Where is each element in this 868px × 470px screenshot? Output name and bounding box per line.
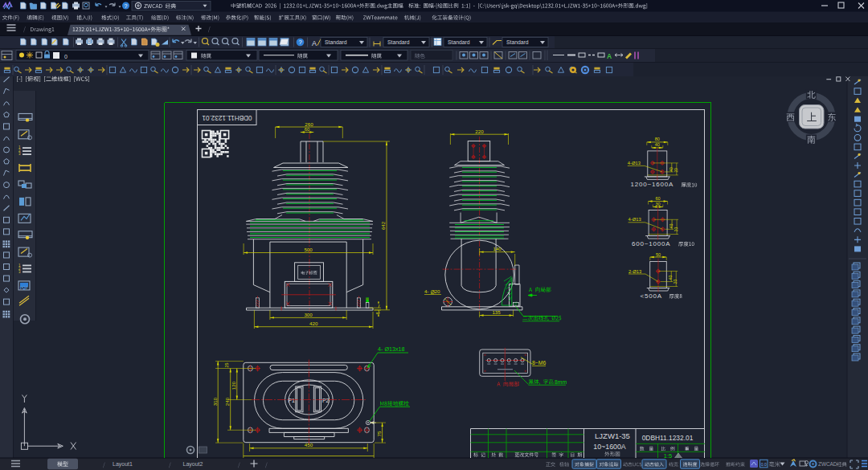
svg-text:50: 50: [656, 252, 661, 257]
svg-text:310: 310: [212, 397, 218, 406]
svg-text:8−M6: 8−M6: [532, 360, 546, 366]
svg-text:60: 60: [305, 127, 309, 132]
svg-text:30: 30: [656, 202, 661, 206]
svg-text:10~1600A: 10~1600A: [593, 443, 625, 451]
svg-text:Standard: Standard: [325, 39, 347, 45]
svg-text:A: A: [312, 39, 317, 47]
svg-text:420: 420: [309, 321, 318, 326]
svg-text:?: ?: [125, 3, 128, 9]
svg-text:135: 135: [492, 309, 501, 315]
svg-text:<500A: <500A: [641, 292, 662, 300]
svg-text:240: 240: [224, 397, 230, 406]
svg-text:500: 500: [304, 247, 313, 252]
svg-text:PQP: PQP: [20, 286, 28, 290]
svg-text:140: 140: [493, 246, 502, 251]
svg-text:20: 20: [674, 168, 678, 173]
svg-text:25: 25: [224, 363, 229, 368]
svg-text:4-Ø13: 4-Ø13: [628, 217, 641, 222]
svg-text:4- Ø13x18: 4- Ø13x18: [378, 345, 405, 353]
svg-text:60: 60: [656, 196, 661, 201]
svg-text:P1: P1: [289, 398, 296, 403]
svg-text:?: ?: [298, 39, 301, 46]
svg-text:20: 20: [435, 288, 440, 294]
svg-text:20: 20: [674, 227, 678, 232]
svg-text:40: 40: [669, 276, 673, 280]
svg-text:120: 120: [231, 381, 236, 390]
svg-text:0.0: 0.0: [761, 462, 767, 467]
svg-text:Layout2: Layout2: [183, 461, 203, 468]
svg-text:Layout1: Layout1: [113, 461, 133, 468]
svg-text:LJZW1-35: LJZW1-35: [595, 431, 630, 440]
svg-text:260: 260: [305, 121, 313, 127]
svg-text:8mm: 8mm: [555, 379, 567, 385]
svg-text:40: 40: [655, 142, 660, 147]
svg-text:450: 450: [305, 442, 313, 448]
svg-text:4-: 4-: [424, 288, 429, 294]
svg-text:600~1000A: 600~1000A: [632, 240, 670, 247]
svg-text:0DBH11.1232.01: 0DBH11.1232.01: [642, 434, 694, 442]
svg-text:2-Ø13: 2-Ø13: [628, 269, 641, 274]
svg-text:P2: P2: [322, 398, 330, 403]
svg-text:Standard: Standard: [506, 39, 529, 45]
svg-text:220: 220: [475, 129, 484, 134]
svg-text:Standard: Standard: [448, 39, 470, 45]
svg-text:40: 40: [669, 167, 674, 172]
svg-text:80: 80: [655, 137, 660, 141]
svg-text:642: 642: [381, 221, 387, 230]
svg-text:300: 300: [304, 312, 313, 317]
svg-text:8: 8: [375, 312, 380, 314]
svg-text:ZWCAD: ZWCAD: [818, 461, 837, 467]
svg-text:4-Ø13: 4-Ø13: [628, 161, 641, 166]
svg-text:0DBH11.1232.01: 0DBH11.1232.01: [202, 114, 252, 121]
svg-text:40: 40: [669, 223, 674, 228]
svg-text:20: 20: [674, 280, 678, 284]
svg-text:1200~1600A: 1200~1600A: [631, 181, 674, 188]
svg-text:Standard: Standard: [387, 39, 410, 45]
svg-text:Ø: Ø: [431, 289, 435, 295]
svg-text:75: 75: [376, 431, 382, 436]
svg-text:1:5: 1:5: [664, 452, 672, 460]
svg-text:0: 0: [64, 54, 68, 59]
svg-text:A: A: [607, 52, 612, 60]
